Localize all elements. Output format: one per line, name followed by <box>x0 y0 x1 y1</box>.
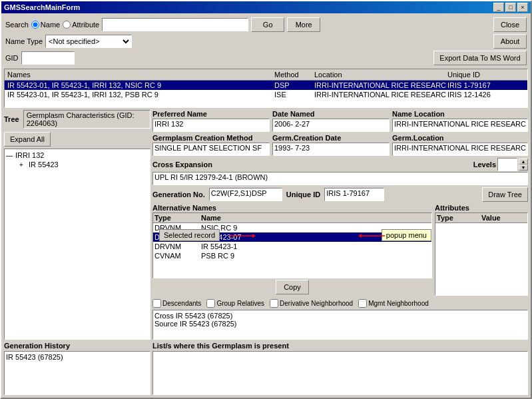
cross-expansion-section: Cross Expansion Levels 1 ▲ ▼ UPL RI 5/IR… <box>152 158 528 185</box>
left-panel: Tree Germplasm Characteristics (GID: 226… <box>4 110 150 340</box>
radio-name-item[interactable]: Name <box>31 21 60 29</box>
levels-input[interactable]: 1 <box>497 158 517 171</box>
radio-attribute[interactable] <box>63 21 71 29</box>
title-bar: GMSSearchMainForm _ □ × <box>1 1 531 13</box>
row1-names: IR 55423-01, IR 55423-1, IRRI 132, NSIC … <box>6 81 273 89</box>
results-panel: Names Method Location Unique ID IR 55423… <box>4 69 528 108</box>
detail-section-2: Germplasm Creation Method SINGLE PLANT S… <box>152 134 528 156</box>
name-location-value: IRRI-INTERNATIONAL RICE RESEARC <box>392 119 528 132</box>
bottom-bottom: Generation History IR 55423 (67825) List… <box>4 342 528 395</box>
attributes-header: Attributes <box>435 204 528 212</box>
col-method: Method <box>273 70 313 79</box>
alt-col-name: Name <box>201 214 430 222</box>
minimize-button[interactable]: _ <box>493 3 504 12</box>
alt-row3-type: CVNAM <box>154 252 201 260</box>
detail-top: Preferred Name IRRI 132 Date Named 2006-… <box>152 110 528 132</box>
derivative-neighborhood-checkbox[interactable] <box>270 299 278 308</box>
window-title: GMSSearchMainForm <box>4 3 80 11</box>
go-button[interactable]: Go <box>251 17 284 32</box>
unique-id-value: IRIS 1-79167 <box>324 188 384 201</box>
tree-expand-child-icon: + <box>19 161 27 169</box>
alt-names-row[interactable]: DRVNM IR 55423-07 <box>153 232 431 242</box>
alt-row0-type: DRVNM <box>154 224 201 232</box>
name-type-label: Name Type <box>5 37 43 45</box>
right-panel: Preferred Name IRRI 132 Date Named 2006-… <box>152 110 528 340</box>
draw-tree-button[interactable]: Draw Tree <box>482 187 528 202</box>
alt-names-row[interactable]: DRVNM NSIC RC 9 <box>153 223 431 232</box>
more-button[interactable]: More <box>287 17 320 32</box>
derivative-neighborhood-label: Derivative Neighborhood <box>280 300 353 307</box>
name-type-select[interactable]: <Not specified> <box>45 35 132 48</box>
radio-name[interactable] <box>31 21 39 29</box>
gid-input[interactable]: 2264063 <box>21 51 75 65</box>
source-text: Source IR 55423 (67825) <box>154 320 526 328</box>
alt-row2-type: DRVNM <box>154 242 201 250</box>
tree-container: — IRRI 132 + IR 55423 <box>4 149 150 340</box>
expand-all-button[interactable]: Expand All <box>4 132 51 147</box>
gen-no-value: C2W(F2,S1)DSP <box>209 188 282 201</box>
alt-names-row[interactable]: CVNAM PSB RC 9 <box>153 251 431 260</box>
creation-method-field: Germplasm Creation Method SINGLE PLANT S… <box>152 134 270 156</box>
preferred-name-label: Preferred Name <box>152 110 270 118</box>
attr-table-header: Type Value <box>435 213 527 223</box>
checkboxes-row: Descendants Group Relatives Derivative N… <box>152 299 528 308</box>
table-row[interactable]: IR 55423-01, IR 55423-1, IRRI 132, PSB R… <box>5 90 527 99</box>
gen-history-box: IR 55423 (67825) <box>4 351 150 395</box>
alt-names-row[interactable]: DRVNM IR 55423-1 <box>153 242 431 251</box>
alt-row3-name: PSB RC 9 <box>201 252 430 260</box>
attr-col-value: Value <box>481 214 526 222</box>
cross-source-area: Cross IR 55423 (67825) Source IR 55423 (… <box>152 310 528 340</box>
row2-unique-id: IRIS 12-1426 <box>446 91 526 99</box>
window-body: Search Name Attribute apo Go More Close … <box>1 13 531 398</box>
maximize-button[interactable]: □ <box>505 3 516 12</box>
group-relatives-checkbox[interactable] <box>206 299 215 308</box>
descendants-checkbox[interactable] <box>152 299 161 308</box>
alt-names-header: Alternative Names <box>152 204 432 212</box>
close-window-button[interactable]: × <box>517 3 528 12</box>
search-input[interactable]: apo <box>102 18 248 31</box>
derivative-neighborhood-checkbox-item[interactable]: Derivative Neighborhood <box>270 299 353 308</box>
date-named-value: 2006- 2-27 <box>272 119 390 132</box>
tree-label: Tree <box>4 115 19 123</box>
row1-method: DSP <box>273 81 313 89</box>
descendants-checkbox-item[interactable]: Descendants <box>152 299 201 308</box>
radio-name-label: Name <box>41 21 60 29</box>
copy-button[interactable]: Copy <box>276 280 309 294</box>
cross-expansion-label: Cross Expansion <box>152 161 212 169</box>
export-button[interactable]: Export Data To MS Word <box>433 51 527 65</box>
group-relatives-checkbox-item[interactable]: Group Relatives <box>206 299 264 308</box>
levels-group: Levels 1 ▲ ▼ <box>473 158 528 171</box>
results-header: Names Method Location Unique ID <box>5 69 527 81</box>
mgmt-neighborhood-checkbox[interactable] <box>358 299 367 308</box>
tree-node-irri132[interactable]: — IRRI 132 <box>6 151 148 160</box>
mgmt-neighborhood-checkbox-item[interactable]: Mgmt Neighborhood <box>358 299 429 308</box>
tree-node-ir55423[interactable]: + IR 55423 <box>19 160 148 169</box>
alt-row2-name: IR 55423-1 <box>201 242 430 250</box>
group-relatives-label: Group Relatives <box>216 300 264 307</box>
col-location: Location <box>313 70 446 79</box>
gen-history-content: IR 55423 (67825) <box>6 353 63 361</box>
spin-down-button[interactable]: ▼ <box>519 165 528 171</box>
attributes-panel: Attributes Type Value <box>435 204 528 296</box>
attr-col-type: Type <box>437 214 481 222</box>
search-label: Search <box>5 21 29 29</box>
row1-location: IRRI-INTERNATIONAL RICE RESEARCH <box>313 81 446 89</box>
cross-text: Cross IR 55423 (67825) <box>154 312 526 320</box>
tree-expand-icon: — <box>6 152 14 159</box>
germ-location-field: Germ.Location IRRI-INTERNATIONAL RICE RE… <box>392 134 528 156</box>
lists-box <box>152 351 528 395</box>
table-row[interactable]: IR 55423-01, IR 55423-1, IRRI 132, NSIC … <box>5 81 527 90</box>
search-row-main: Search Name Attribute apo Go More Close <box>5 17 527 32</box>
copy-btn-container: Copy <box>152 278 432 296</box>
search-row-gid: GID 2264063 Export Data To MS Word <box>5 51 527 65</box>
creation-date-label: Germ.Creation Date <box>272 134 390 142</box>
alt-names-section: Alternative Names Type Name DRVNM NSIC R… <box>152 204 528 296</box>
radio-attribute-item[interactable]: Attribute <box>63 21 99 29</box>
gid-label: GID <box>5 54 19 62</box>
close-button[interactable]: Close <box>493 17 527 32</box>
about-button[interactable]: About <box>493 34 527 49</box>
preferred-name-field: Preferred Name IRRI 132 <box>152 110 270 132</box>
alt-row1-type: DRVNM <box>154 233 201 241</box>
spin-up-button[interactable]: ▲ <box>519 159 528 165</box>
alt-col-type: Type <box>154 214 201 222</box>
